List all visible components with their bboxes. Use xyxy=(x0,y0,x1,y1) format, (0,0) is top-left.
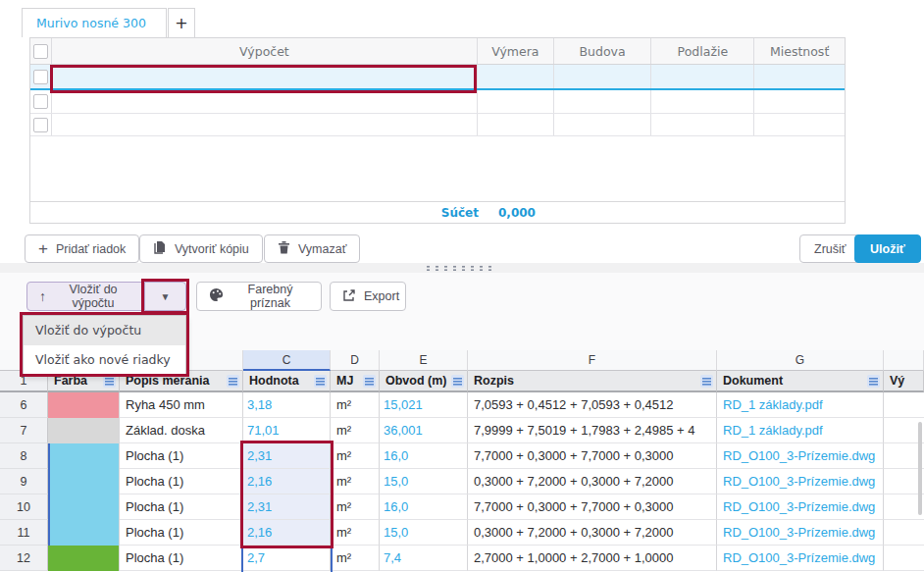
vypocet-cell[interactable] xyxy=(52,114,478,135)
color-swatch[interactable] xyxy=(48,392,120,418)
column-letter-e[interactable]: E xyxy=(380,350,468,371)
select-all-checkbox[interactable] xyxy=(33,44,48,59)
calc-row-selected[interactable] xyxy=(30,65,845,90)
row-number[interactable]: 8 xyxy=(0,443,48,469)
miestnost-cell[interactable] xyxy=(754,90,845,113)
podlazie-cell[interactable] xyxy=(651,65,754,88)
filter-icon[interactable] xyxy=(103,375,116,388)
color-swatch[interactable] xyxy=(48,546,120,571)
miestnost-cell[interactable] xyxy=(754,114,845,135)
menu-item-insert-into-calculation[interactable]: Vložiť do výpočtu xyxy=(24,316,185,345)
vertical-scrollbar[interactable] xyxy=(918,422,922,515)
cell-mj[interactable]: m² xyxy=(331,392,380,418)
calc-row-empty[interactable] xyxy=(30,114,845,136)
cell-mj[interactable]: m² xyxy=(331,418,380,443)
cell-popis-merania[interactable]: Plocha (1) xyxy=(120,469,243,494)
cell-obvod[interactable]: 16,0 xyxy=(380,443,468,469)
budova-cell[interactable] xyxy=(554,65,652,88)
cell-rozpis[interactable]: 7,7000 + 0,3000 + 7,7000 + 0,3000 xyxy=(468,494,717,520)
row-checkbox[interactable] xyxy=(33,118,48,132)
podlazie-cell[interactable] xyxy=(651,90,754,113)
sheet-header-dokument[interactable]: Dokument xyxy=(717,371,884,392)
column-letter-c[interactable]: C xyxy=(243,350,331,371)
cell-dokument-link[interactable]: RD_O100_3-Prízemie.dwg xyxy=(717,520,884,546)
save-button[interactable]: Uložiť xyxy=(854,234,921,263)
cell-dokument-link[interactable]: RD_O100_3-Prízemie.dwg xyxy=(717,494,884,520)
cell-obvod[interactable]: 15,021 xyxy=(380,392,468,418)
vypocet-input-cell[interactable] xyxy=(52,65,478,88)
cell-popis-merania[interactable]: Plocha (1) xyxy=(120,546,243,571)
cell-obvod[interactable]: 7,4 xyxy=(380,546,468,571)
column-letter-d[interactable]: D xyxy=(331,350,380,371)
cell-hidden-column[interactable] xyxy=(884,392,924,418)
menu-item-insert-as-new-rows[interactable]: Vložiť ako nové riadky xyxy=(24,345,185,375)
cell-hidden-column[interactable] xyxy=(884,520,924,546)
row-number[interactable]: 11 xyxy=(0,520,48,546)
column-letter-g[interactable]: G xyxy=(717,350,884,371)
color-swatch[interactable] xyxy=(48,520,120,546)
filter-icon[interactable] xyxy=(227,375,239,388)
cell-rozpis[interactable]: 0,3000 + 7,2000 + 0,3000 + 7,2000 xyxy=(468,520,717,546)
cell-mj[interactable]: m² xyxy=(331,546,380,571)
cell-popis-merania[interactable]: Ryha 450 mm xyxy=(120,392,243,418)
miestnost-cell[interactable] xyxy=(754,65,845,88)
podlazie-cell[interactable] xyxy=(651,114,754,135)
cell-popis-merania[interactable]: Základ. doska xyxy=(120,418,243,443)
cell-rozpis[interactable]: 7,7000 + 0,3000 + 7,7000 + 0,3000 xyxy=(468,443,717,469)
color-swatch[interactable] xyxy=(48,418,120,443)
row-number[interactable]: 9 xyxy=(0,469,48,494)
filter-icon[interactable] xyxy=(700,375,713,388)
sheet-header-v-[interactable]: Vý xyxy=(884,371,924,392)
cell-rozpis[interactable]: 0,3000 + 7,2000 + 0,3000 + 7,2000 xyxy=(468,469,717,494)
add-row-button[interactable]: + Pridať riadok xyxy=(25,234,139,263)
cell-obvod[interactable]: 15,0 xyxy=(380,469,468,494)
sheet-header-rozpis[interactable]: Rozpis xyxy=(468,371,717,392)
cell-dokument-link[interactable]: RD_1 základy.pdf xyxy=(717,418,884,443)
cell-mj[interactable]: m² xyxy=(331,443,380,469)
filter-icon[interactable] xyxy=(451,375,464,388)
color-swatch[interactable] xyxy=(48,443,120,469)
color-swatch[interactable] xyxy=(48,469,120,494)
cell-dokument-link[interactable]: RD_O100_3-Prízemie.dwg xyxy=(717,469,884,494)
filter-icon[interactable] xyxy=(314,375,327,388)
row-number[interactable]: 10 xyxy=(0,494,48,520)
row-number[interactable]: 6 xyxy=(0,392,48,418)
vypocet-cell[interactable] xyxy=(52,90,478,113)
cell-obvod[interactable]: 36,001 xyxy=(380,418,468,443)
row-number[interactable]: 12 xyxy=(0,546,48,571)
vymera-cell[interactable] xyxy=(478,114,554,135)
insert-into-calculation-button[interactable]: ↑ Vložiť do výpočtu xyxy=(26,282,145,311)
row-number[interactable]: 7 xyxy=(0,418,48,443)
color-flag-button[interactable]: Farebný príznak xyxy=(196,282,322,311)
cell-rozpis[interactable]: 2,7000 + 1,0000 + 2,7000 + 1,0000 xyxy=(468,546,717,571)
cell-dokument-link[interactable]: RD_O100_3-Prízemie.dwg xyxy=(717,443,884,469)
column-letter-f[interactable]: F xyxy=(468,350,717,371)
filter-icon[interactable] xyxy=(363,375,376,388)
column-letter-blank[interactable] xyxy=(884,350,924,371)
export-button[interactable]: Export xyxy=(330,282,406,311)
cell-mj[interactable]: m² xyxy=(331,494,380,520)
vymera-cell[interactable] xyxy=(478,65,554,88)
cell-hodnota[interactable]: 71,01 xyxy=(243,418,331,443)
cell-popis-merania[interactable]: Plocha (1) xyxy=(120,494,243,520)
sheet-header-mj[interactable]: MJ xyxy=(331,371,380,392)
cell-hidden-column[interactable] xyxy=(884,546,924,571)
cell-dokument-link[interactable]: RD_1 základy.pdf xyxy=(717,392,884,418)
cell-mj[interactable]: m² xyxy=(331,469,380,494)
cell-rozpis[interactable]: 7,0593 + 0,4512 + 7,0593 + 0,4512 xyxy=(468,392,717,418)
cell-dokument-link[interactable]: RD_O100_3-Prízemie.dwg xyxy=(717,546,884,571)
add-tab-button[interactable]: + xyxy=(168,8,195,37)
cell-popis-merania[interactable]: Plocha (1) xyxy=(120,520,243,546)
delete-button[interactable]: Vymazať xyxy=(264,234,360,263)
calc-row-empty[interactable] xyxy=(30,90,845,114)
create-copy-button[interactable]: Vytvoriť kópiu xyxy=(139,234,263,263)
row-checkbox[interactable] xyxy=(33,70,48,84)
row-checkbox[interactable] xyxy=(33,94,48,109)
cell-obvod[interactable]: 16,0 xyxy=(380,494,468,520)
color-swatch[interactable] xyxy=(48,494,120,520)
cell-obvod[interactable]: 15,0 xyxy=(380,520,468,546)
tab-murivo-nosne-300[interactable]: Murivo nosné 300 xyxy=(22,8,167,37)
cancel-button[interactable]: Zrušiť xyxy=(799,234,860,263)
cell-popis-merania[interactable]: Plocha (1) xyxy=(120,443,243,469)
cell-rozpis[interactable]: 7,9999 + 7,5019 + 1,7983 + 2,4985 + 4 xyxy=(468,418,717,443)
